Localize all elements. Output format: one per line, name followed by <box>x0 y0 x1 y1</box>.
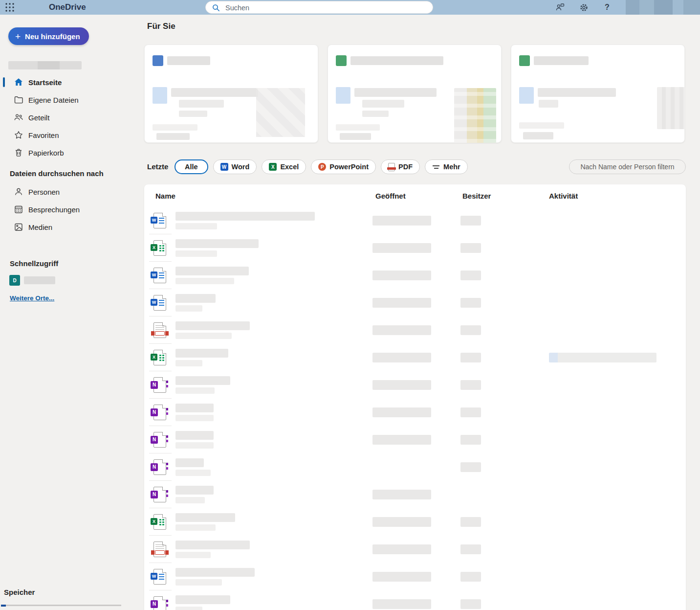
sidebar-item-papierkorb[interactable]: Papierkorb <box>0 144 138 161</box>
filter-pill-excel[interactable]: Excel <box>262 159 306 174</box>
quick-access-name-redacted <box>24 276 55 284</box>
app-launcher-waffle-icon[interactable] <box>5 2 15 12</box>
for-you-card-3[interactable] <box>511 45 685 143</box>
owner-cell <box>460 207 549 234</box>
file-icon-cell: N <box>144 590 175 610</box>
excel-file-icon: X <box>153 240 166 256</box>
column-header-aktivitaet[interactable]: Aktivität <box>549 192 686 200</box>
table-row[interactable]: X <box>144 234 686 262</box>
table-row[interactable]: X <box>144 344 686 371</box>
opened-cell <box>372 289 460 316</box>
page-fold <box>162 240 166 244</box>
opened-cell <box>372 371 460 399</box>
table-row[interactable]: W <box>144 262 686 289</box>
file-name-redacted <box>175 321 250 330</box>
for-you-card-1[interactable] <box>144 45 318 143</box>
file-meta-redacted <box>175 524 216 531</box>
redacted-block <box>539 100 558 108</box>
owner-cell <box>460 453 549 481</box>
add-new-button[interactable]: + Neu hinzufügen <box>8 27 89 45</box>
redacted-block <box>153 87 167 104</box>
help-icon[interactable]: ? <box>601 1 613 13</box>
opened-date-redacted <box>372 407 431 417</box>
quick-access-item[interactable]: D <box>9 275 55 286</box>
table-row[interactable]: W <box>144 207 686 234</box>
media-icon <box>14 222 23 232</box>
file-name-cell <box>175 536 372 563</box>
file-name-cell <box>175 563 372 590</box>
sidebar: + Neu hinzufügen Startseite Eigene Datei… <box>0 15 138 610</box>
file-name-redacted <box>175 458 204 467</box>
account-info-redacted[interactable] <box>626 0 700 15</box>
opened-date-redacted <box>372 490 431 499</box>
redacted-block <box>362 111 389 117</box>
filter-pill-pdf[interactable]: PDF <box>381 159 420 174</box>
activity-cell <box>549 508 686 536</box>
table-row[interactable]: N <box>144 426 686 453</box>
opened-cell <box>372 508 460 536</box>
activity-cell <box>549 426 686 453</box>
owner-redacted <box>460 435 481 445</box>
file-name-redacted <box>175 294 216 303</box>
filter-pill-word[interactable]: Word <box>213 159 257 174</box>
owner-cell <box>460 262 549 289</box>
table-row[interactable] <box>144 316 686 344</box>
sidebar-item-geteilt[interactable]: Geteilt <box>0 109 138 126</box>
file-name-cell <box>175 207 372 234</box>
table-row[interactable]: N <box>144 399 686 426</box>
file-type-badge: X <box>151 354 157 361</box>
search-box[interactable] <box>205 1 433 14</box>
table-row[interactable]: N <box>144 371 686 399</box>
more-places-link[interactable]: Weitere Orte... <box>10 294 54 302</box>
settings-gear-icon[interactable] <box>578 1 590 13</box>
sidebar-item-besprechungen[interactable]: Besprechungen <box>0 201 138 218</box>
search-input[interactable] <box>224 2 427 14</box>
table-row[interactable]: N <box>144 453 686 481</box>
for-you-card-2[interactable] <box>328 45 502 143</box>
page-fold <box>162 268 166 271</box>
file-name-redacted <box>175 349 228 358</box>
star-icon <box>14 130 23 140</box>
activity-cell <box>549 262 686 289</box>
opened-cell <box>372 234 460 262</box>
table-row[interactable] <box>144 536 686 563</box>
filter-pill-alle[interactable]: Alle <box>175 159 208 174</box>
filter-pill-powerpoint[interactable]: PowerPoint <box>311 159 376 174</box>
opened-cell <box>372 399 460 426</box>
table-row[interactable]: N <box>144 590 686 610</box>
sidebar-item-favoriten[interactable]: Favoriten <box>0 126 138 144</box>
column-header-geoeffnet[interactable]: Geöffnet <box>375 192 462 200</box>
opened-date-redacted <box>372 216 431 226</box>
file-meta-redacted <box>175 278 234 284</box>
name-person-filter-input[interactable] <box>569 159 686 174</box>
table-row[interactable]: X <box>144 508 686 536</box>
table-row[interactable]: N <box>144 481 686 508</box>
redacted-block <box>179 111 207 117</box>
column-header-besitzer[interactable]: Besitzer <box>462 192 549 200</box>
owner-redacted <box>460 544 481 554</box>
file-icon-cell: N <box>144 453 175 481</box>
feedback-icon[interactable] <box>554 1 566 13</box>
sidebar-item-eigene-dateien[interactable]: Eigene Dateien <box>0 91 138 109</box>
owner-cell <box>460 371 549 399</box>
sidebar-item-personen[interactable]: Personen <box>0 183 138 201</box>
file-name-cell <box>175 481 372 508</box>
filter-pill-label: Alle <box>185 163 198 171</box>
table-row[interactable]: W <box>144 289 686 316</box>
filter-pill-label: PDF <box>398 163 413 171</box>
sidebar-item-label: Besprechungen <box>28 205 80 214</box>
sidebar-item-startseite[interactable]: Startseite <box>0 73 138 91</box>
file-name-redacted <box>175 267 249 275</box>
file-type-badge: W <box>151 217 157 224</box>
filter-pill-mehr[interactable]: Mehr <box>425 159 468 174</box>
sidebar-item-medien[interactable]: Medien <box>0 218 138 236</box>
column-header-name[interactable]: Name <box>155 192 375 200</box>
app-title: OneDrive <box>49 0 86 15</box>
file-name-cell <box>175 399 372 426</box>
activity-cell <box>549 590 686 610</box>
sidebar-item-label: Personen <box>28 188 60 196</box>
word-file-icon: W <box>153 295 166 311</box>
activity-cell <box>549 563 686 590</box>
table-row[interactable]: W <box>144 563 686 590</box>
card-title-redacted <box>534 56 589 65</box>
